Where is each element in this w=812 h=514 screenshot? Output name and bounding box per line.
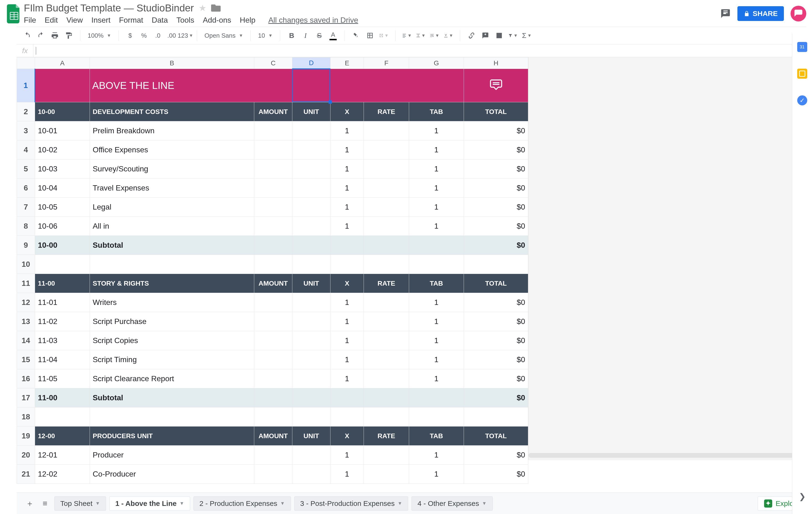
cell[interactable]: $0 <box>464 121 528 140</box>
row-header-9[interactable]: 9 <box>17 236 35 255</box>
cell[interactable] <box>292 388 330 407</box>
cell[interactable]: $0 <box>464 350 528 369</box>
sheets-logo[interactable] <box>6 2 22 25</box>
cell[interactable] <box>254 388 292 407</box>
cell[interactable]: 11-01 <box>35 293 90 312</box>
cell[interactable] <box>292 369 330 388</box>
bold-icon[interactable]: B <box>287 31 296 40</box>
insert-comment-icon[interactable] <box>481 31 490 40</box>
cell[interactable]: Subtotal <box>90 236 254 255</box>
functions-icon[interactable]: Σ▼ <box>522 31 531 40</box>
cell[interactable]: 1 <box>409 121 464 140</box>
menu-tools[interactable]: Tools <box>176 16 194 25</box>
sheet-tab-0[interactable]: Top Sheet ▼ <box>54 496 106 511</box>
row-header-2[interactable]: 2 <box>17 102 35 121</box>
cell[interactable] <box>254 236 292 255</box>
cell[interactable]: AMOUNT <box>254 427 292 445</box>
text-wrap-icon[interactable]: ▼ <box>430 31 439 40</box>
fill-color-icon[interactable] <box>351 31 361 40</box>
row-header-13[interactable]: 13 <box>17 312 35 331</box>
menu-add-ons[interactable]: Add-ons <box>203 16 231 25</box>
cell[interactable]: TAB <box>409 102 464 121</box>
all-sheets-icon[interactable]: ≡ <box>39 497 51 510</box>
cell[interactable]: 1 <box>330 160 364 179</box>
sheet-tab-4[interactable]: 4 - Other Expenses ▼ <box>411 496 492 511</box>
col-header-E[interactable]: E <box>330 57 364 69</box>
insert-link-icon[interactable] <box>467 31 476 40</box>
cell[interactable]: 1 <box>330 331 364 350</box>
cell[interactable] <box>364 350 409 369</box>
row-header-14[interactable]: 14 <box>17 331 35 350</box>
cell[interactable]: 12-01 <box>35 445 90 465</box>
row-header-19[interactable]: 19 <box>17 427 35 445</box>
col-header-C[interactable]: C <box>254 57 292 69</box>
cell[interactable]: Script Timing <box>90 350 254 369</box>
filter-icon[interactable]: ▼ <box>508 31 518 40</box>
cell[interactable] <box>364 121 409 140</box>
zoom-dropdown[interactable]: 100% ▼ <box>84 30 115 41</box>
cell[interactable]: Subtotal <box>90 388 254 407</box>
cell[interactable]: 11-03 <box>35 331 90 350</box>
cell[interactable]: 1 <box>409 140 464 160</box>
cell[interactable] <box>364 465 409 484</box>
row-header-20[interactable]: 20 <box>17 445 35 465</box>
cell[interactable]: Office Expenses <box>90 140 254 160</box>
cell[interactable]: $0 <box>464 388 528 407</box>
cell[interactable] <box>292 179 330 198</box>
cell[interactable] <box>364 293 409 312</box>
print-icon[interactable] <box>50 31 60 40</box>
menu-format[interactable]: Format <box>119 16 143 25</box>
cell[interactable]: AMOUNT <box>254 102 292 121</box>
merge-cells-icon[interactable]: ▼ <box>379 31 388 40</box>
row-header-16[interactable]: 16 <box>17 369 35 388</box>
font-dropdown[interactable]: Open Sans ▼ <box>200 30 247 41</box>
text-rotate-icon[interactable]: ▼ <box>444 31 453 40</box>
row-header-10[interactable]: 10 <box>17 255 35 274</box>
cell[interactable]: 1 <box>409 160 464 179</box>
cell[interactable] <box>254 350 292 369</box>
cell[interactable]: $0 <box>464 217 528 236</box>
cell[interactable] <box>292 217 330 236</box>
cell[interactable]: 10-02 <box>35 140 90 160</box>
cell[interactable] <box>254 140 292 160</box>
cell[interactable] <box>254 312 292 331</box>
cell[interactable] <box>292 445 330 465</box>
paint-format-icon[interactable] <box>64 31 74 40</box>
row-header-11[interactable]: 11 <box>17 274 35 293</box>
row-header-17[interactable]: 17 <box>17 388 35 407</box>
sheet-tab-menu-icon[interactable]: ▼ <box>280 501 285 506</box>
cell[interactable]: $0 <box>464 465 528 484</box>
cell[interactable]: 10-05 <box>35 198 90 217</box>
cell[interactable]: 1 <box>330 217 364 236</box>
cell[interactable]: 12-02 <box>35 465 90 484</box>
cell[interactable]: $0 <box>464 369 528 388</box>
sheet-tab-menu-icon[interactable]: ▼ <box>398 501 402 506</box>
cell[interactable] <box>330 236 364 255</box>
cell[interactable]: AMOUNT <box>254 274 292 293</box>
sheet-tab-1[interactable]: 1 - Above the Line ▼ <box>109 496 190 511</box>
cell[interactable] <box>292 293 330 312</box>
cell[interactable] <box>364 140 409 160</box>
cell[interactable]: 1 <box>409 312 464 331</box>
cell[interactable]: UNIT <box>292 102 330 121</box>
col-header-B[interactable]: B <box>90 57 254 69</box>
cell[interactable] <box>254 465 292 484</box>
h-align-icon[interactable]: ▼ <box>402 31 412 40</box>
sheet-tab-menu-icon[interactable]: ▼ <box>179 501 184 506</box>
text-color-icon[interactable]: A <box>328 31 338 40</box>
cell[interactable]: 1 <box>330 350 364 369</box>
cell[interactable]: Legal <box>90 198 254 217</box>
cell[interactable] <box>330 388 364 407</box>
cell[interactable]: 1 <box>330 293 364 312</box>
doc-title[interactable]: FIlm Budget Template — StudioBinder <box>24 2 194 14</box>
calendar-icon[interactable] <box>797 42 807 52</box>
cell[interactable]: 10-00 <box>35 102 90 121</box>
cell[interactable] <box>409 236 464 255</box>
cell[interactable]: 10-04 <box>35 179 90 198</box>
sheet-tab-2[interactable]: 2 - Production Expenses ▼ <box>194 496 291 511</box>
italic-icon[interactable]: I <box>301 31 310 40</box>
cell[interactable] <box>254 160 292 179</box>
cell[interactable]: All in <box>90 217 254 236</box>
cell[interactable]: X <box>330 274 364 293</box>
menu-insert[interactable]: Insert <box>91 16 110 25</box>
